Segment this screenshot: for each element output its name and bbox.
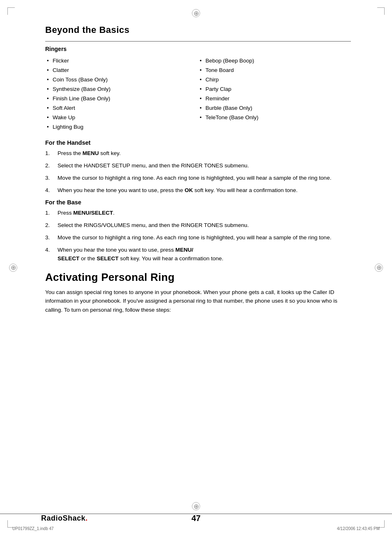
top-divider: [45, 41, 351, 42]
step-text: Select the HANDSET SETUP menu, and then …: [58, 162, 351, 170]
handset-step-1: 1. Press the MENU soft key.: [45, 149, 351, 157]
list-item: Reminder: [198, 94, 351, 104]
ringers-section: Ringers Flicker Clatter Coin Toss (Base …: [45, 46, 351, 132]
list-item: TeleTone (Base Only): [198, 113, 351, 123]
activating-section: Activating Personal Ring You can assign …: [45, 271, 351, 315]
activating-title: Activating Personal Ring: [45, 271, 351, 284]
page-title: Beyond the Basics: [45, 25, 351, 35]
ringers-heading: Ringers: [45, 46, 351, 52]
step-number: 4.: [45, 246, 58, 254]
step-number: 1.: [45, 209, 58, 217]
ringers-list-2: Bebop (Beep Boop) Tone Board Chirp Party…: [198, 56, 351, 123]
step-number: 3.: [45, 174, 58, 182]
step-number: 2.: [45, 162, 58, 170]
step-number: 1.: [45, 149, 58, 157]
step-text: Move the cursor to highlight a ring tone…: [58, 234, 351, 242]
base-step-3: 3. Move the cursor to highlight a ring t…: [45, 234, 351, 242]
step-number: 2.: [45, 221, 58, 229]
brand-label: RadioShack.: [41, 514, 88, 523]
step-number: 3.: [45, 234, 58, 242]
date-info: 4/12/2006 12:43:45 PM: [337, 526, 380, 531]
bold-select: SELECT: [97, 255, 118, 262]
list-item: Finish Line (Base Only): [45, 94, 198, 104]
handset-step-4: 4. When you hear the tone you want to us…: [45, 186, 351, 195]
bold-ok: OK: [184, 187, 193, 193]
handset-step-2: 2. Select the HANDSET SETUP menu, and th…: [45, 162, 351, 170]
compass-bottom: [192, 502, 200, 510]
list-item: Burble (Base Only): [198, 104, 351, 113]
base-step-1: 1. Press MENU/SELECT.: [45, 209, 351, 217]
step-text: Press MENU/SELECT.: [58, 209, 351, 217]
bold-menu-select: MENU/SELECT: [73, 210, 113, 216]
step-text: Press the MENU soft key.: [58, 149, 351, 157]
step-text: Select the RINGS/VOLUMES menu, and then …: [58, 221, 351, 229]
for-base-section: For the Base 1. Press MENU/SELECT. 2. Se…: [45, 199, 351, 263]
list-item: Bebop (Beep Boop): [198, 56, 351, 66]
list-item: Coin Toss (Base Only): [45, 75, 198, 85]
base-steps-list: 1. Press MENU/SELECT. 2. Select the RING…: [45, 209, 351, 263]
list-item: Soft Alert: [45, 104, 198, 113]
for-handset-section: For the Handset 1. Press the MENU soft k…: [45, 139, 351, 195]
ringers-list-1: Flicker Clatter Coin Toss (Base Only) Sy…: [45, 56, 198, 132]
step-text: Move the cursor to highlight a ring tone…: [58, 174, 351, 182]
step-text: When you hear the tone you want to use, …: [58, 246, 351, 263]
file-info: UP01799ZZ_1.indb 47: [12, 526, 54, 531]
page: Beyond the Basics Ringers Flicker Clatte…: [0, 0, 392, 535]
for-handset-heading: For the Handset: [45, 139, 351, 146]
page-number: 47: [191, 514, 201, 523]
compass-top: [192, 9, 200, 17]
list-item: Flicker: [45, 56, 198, 66]
compass-left: [9, 264, 17, 272]
brand-dot: .: [85, 514, 88, 522]
list-item: Clatter: [45, 66, 198, 75]
bold-menu-select-2: MENU/SELECT: [58, 247, 193, 261]
handset-step-3: 3. Move the cursor to highlight a ring t…: [45, 174, 351, 182]
compass-right: [375, 264, 383, 272]
corner-mark-tr: [377, 7, 385, 15]
footer-bottom-row: UP01799ZZ_1.indb 47 4/12/2006 12:43:45 P…: [0, 526, 392, 531]
ringers-col-2: Bebop (Beep Boop) Tone Board Chirp Party…: [198, 56, 351, 132]
list-item: Synthesize (Base Only): [45, 85, 198, 94]
for-base-heading: For the Base: [45, 199, 351, 206]
bold-menu: MENU: [83, 150, 99, 156]
main-content: Beyond the Basics Ringers Flicker Clatte…: [45, 25, 351, 502]
list-item: Chirp: [198, 75, 351, 85]
step-number: 4.: [45, 186, 58, 195]
activating-body: You can assign special ring tones to any…: [45, 288, 351, 315]
ringers-col-1: Flicker Clatter Coin Toss (Base Only) Sy…: [45, 56, 198, 132]
base-step-4: 4. When you hear the tone you want to us…: [45, 246, 351, 263]
handset-steps-list: 1. Press the MENU soft key. 2. Select th…: [45, 149, 351, 195]
ringers-columns: Flicker Clatter Coin Toss (Base Only) Sy…: [45, 56, 351, 132]
list-item: Party Clap: [198, 85, 351, 94]
page-footer: 47 RadioShack.: [0, 514, 392, 523]
base-step-2: 2. Select the RINGS/VOLUMES menu, and th…: [45, 221, 351, 229]
list-item: Lighting Bug: [45, 123, 198, 132]
list-item: Tone Board: [198, 66, 351, 75]
list-item: Wake Up: [45, 113, 198, 123]
step-text: When you hear the tone you want to use, …: [58, 186, 351, 195]
corner-mark-tl: [7, 7, 15, 15]
